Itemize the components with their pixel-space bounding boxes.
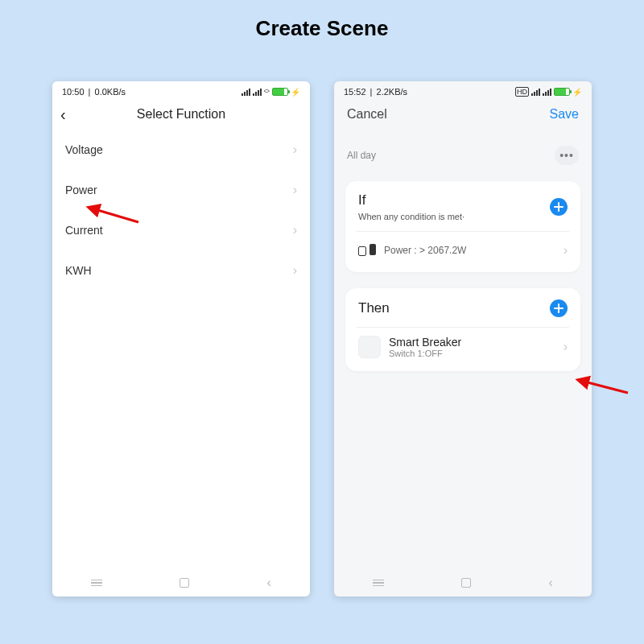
wifi-icon: ⌔ [264,87,270,97]
schedule-row: All day ••• [334,126,592,173]
status-time: 15:52 [344,87,366,97]
hd-icon: HD [515,87,529,97]
card-head: Then [358,299,568,317]
list-item-kwh[interactable]: KWH › [52,250,310,291]
save-button[interactable]: Save [550,107,579,122]
page-title: Create Scene [0,0,644,41]
list-item-label: Power [65,184,97,196]
signal-icon [253,88,262,96]
then-title: Then [358,300,390,316]
status-sep: | [368,87,375,97]
status-time: 10:50 [62,87,85,97]
add-action-button[interactable] [550,299,568,317]
status-speed: 0.0KB/s [95,87,126,97]
list-item-voltage[interactable]: Voltage › [52,130,310,170]
home-button[interactable] [180,578,189,588]
nav-top: Cancel Save [334,99,592,126]
chevron-right-icon: › [564,243,568,258]
battery-icon [272,88,288,96]
signal-icon [531,88,540,96]
signal-icon [242,88,250,96]
cancel-button[interactable]: Cancel [347,107,387,122]
nav-top: ‹ Select Function [52,99,310,130]
more-button[interactable]: ••• [555,146,579,165]
signal-icon [543,88,551,96]
back-button-sys[interactable]: ‹ [267,576,271,590]
back-button-sys[interactable]: ‹ [549,576,553,590]
device-name: Smart Breaker [389,336,461,349]
nav-title: Select Function [60,107,302,122]
charge-icon: ⚡ [291,88,300,97]
device-icon [358,244,376,257]
status-left: 15:52 | 2.2KB/s [344,87,407,97]
chevron-right-icon: › [293,183,297,197]
chevron-right-icon: › [293,142,297,157]
status-right: HD ⚡ [515,87,582,97]
condition-left: Power : > 2067.2W [358,244,466,257]
home-button[interactable] [461,578,471,588]
status-bar: 10:50 | 0.0KB/s ⌔ ⚡ [52,81,310,99]
device-thumb-icon [358,336,381,358]
status-sep: | [86,87,93,97]
card-head: If When any condition is met· [358,192,568,221]
phones-container: 10:50 | 0.0KB/s ⌔ ⚡ ‹ Select Function Vo… [0,81,644,597]
list-item-power[interactable]: Power › [52,170,310,210]
if-card: If When any condition is met· Power : > … [345,181,580,272]
status-speed: 2.2KB/s [377,87,408,97]
chevron-right-icon: › [293,263,297,278]
system-nav: ‹ [334,569,592,597]
status-right: ⌔ ⚡ [242,87,300,97]
action-left: Smart Breaker Switch 1:OFF [358,336,461,358]
list-item-current[interactable]: Current › [52,210,310,250]
phone-screen-2: 15:52 | 2.2KB/s HD ⚡ Cancel Save All day… [334,81,592,597]
if-subtitle: When any condition is met· [358,212,464,221]
chevron-right-icon: › [293,223,297,237]
chevron-right-icon: › [564,340,568,354]
action-row[interactable]: Smart Breaker Switch 1:OFF › [358,328,568,365]
phone-screen-1: 10:50 | 0.0KB/s ⌔ ⚡ ‹ Select Function Vo… [52,81,310,597]
recents-button[interactable] [91,580,102,587]
recents-button[interactable] [373,580,384,587]
condition-row[interactable]: Power : > 2067.2W › [358,232,568,266]
system-nav: ‹ [52,569,310,597]
charge-icon: ⚡ [572,88,582,97]
device-action: Switch 1:OFF [389,349,461,358]
list-item-label: KWH [65,264,92,277]
list-item-label: Current [65,224,103,237]
list-item-label: Voltage [65,143,103,156]
battery-icon [554,88,570,96]
schedule-label: All day [347,150,376,161]
add-condition-button[interactable] [550,198,568,216]
then-card: Then Smart Breaker Switch 1:OFF › [345,288,580,371]
status-bar: 15:52 | 2.2KB/s HD ⚡ [334,81,592,99]
plus-icon [554,202,564,212]
if-title: If [358,192,464,208]
status-left: 10:50 | 0.0KB/s [62,87,126,97]
condition-text: Power : > 2067.2W [384,245,466,256]
plus-icon [554,303,564,313]
